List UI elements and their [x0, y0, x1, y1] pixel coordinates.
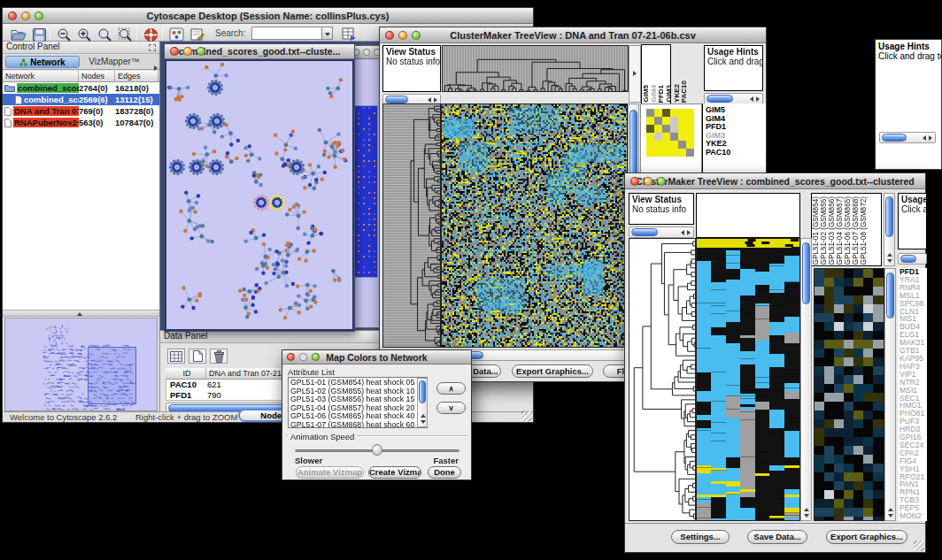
matrix-cell[interactable]: [654, 141, 662, 149]
annotation-icon[interactable]: [189, 27, 206, 42]
matrix-cell[interactable]: [678, 117, 686, 125]
matrix-cell[interactable]: [686, 141, 694, 149]
save-icon[interactable]: [30, 27, 48, 42]
matrix-cell[interactable]: [670, 125, 678, 133]
zoom-window-icon[interactable]: [35, 12, 43, 20]
zoom-fit-icon[interactable]: [116, 27, 134, 42]
view-status-scrollbar[interactable]: [629, 226, 694, 238]
search-dropdown-button[interactable]: [321, 27, 333, 40]
column-dendrogram-area[interactable]: [696, 193, 800, 238]
matrix-cell[interactable]: [686, 109, 694, 117]
tab-vizmapper[interactable]: VizMapper™: [82, 56, 146, 68]
column-header-edges[interactable]: Edges: [115, 71, 158, 81]
matrix-cell[interactable]: [662, 149, 670, 157]
panel-splitter[interactable]: [3, 310, 159, 317]
zoom-actual-icon[interactable]: [96, 27, 113, 42]
column-labels-vscrollbar[interactable]: [884, 193, 895, 266]
vizmapper-icon[interactable]: [167, 27, 185, 42]
matrix-cell[interactable]: [654, 149, 662, 157]
network-table-row[interactable]: DNA and Tran 07769(0)183728(0): [3, 105, 159, 117]
matrix-cell[interactable]: [678, 149, 686, 157]
network-table-row[interactable]: combined_scores2764(0)16218(0): [3, 82, 159, 94]
matrix-cell[interactable]: [686, 117, 694, 125]
matrix-cell[interactable]: [670, 133, 678, 141]
heatmap-canvas[interactable]: [696, 238, 800, 521]
zoom-window-icon[interactable]: [657, 177, 666, 186]
export-graphics-button[interactable]: Export Graphics...: [512, 364, 593, 378]
matrix-cell[interactable]: [646, 141, 654, 149]
matrix-cell[interactable]: [686, 149, 694, 157]
import-table-icon[interactable]: [340, 27, 358, 42]
zoom-in-icon[interactable]: [75, 27, 93, 42]
zoom-window-icon[interactable]: [412, 31, 421, 40]
close-icon[interactable]: [630, 177, 639, 186]
attribute-list-vscrollbar[interactable]: [417, 378, 428, 427]
matrix-cell[interactable]: [646, 109, 654, 117]
close-icon[interactable]: [8, 12, 17, 20]
minimize-icon[interactable]: [21, 12, 30, 20]
column-header-id[interactable]: ID: [166, 368, 206, 379]
column-header-nodes[interactable]: Nodes: [79, 71, 115, 81]
treeview-dna-title-bar[interactable]: ClusterMaker TreeView : DNA and Tran 07-…: [380, 27, 766, 43]
float-panel-icon[interactable]: [149, 44, 156, 51]
resize-grip[interactable]: [914, 541, 924, 551]
new-attribute-icon[interactable]: [189, 349, 206, 364]
correlation-matrix[interactable]: [646, 109, 694, 157]
matrix-cell[interactable]: [678, 125, 686, 133]
matrix-cell[interactable]: [654, 125, 662, 133]
column-header-network[interactable]: Network: [3, 71, 79, 81]
gene-label[interactable]: MON2: [900, 512, 927, 520]
matrix-cell[interactable]: [654, 117, 662, 125]
attribute-item[interactable]: GPL51-03 (GSM856) heat shock 15 min: [290, 395, 427, 404]
matrix-cell[interactable]: [662, 117, 670, 125]
matrix-cell[interactable]: [646, 149, 654, 157]
matrix-cell[interactable]: [646, 125, 654, 133]
gene-list-vscrollbar[interactable]: [884, 268, 896, 521]
create-vizmap-button[interactable]: Create Vizmap: [368, 466, 421, 479]
zoom-out-icon[interactable]: [55, 27, 73, 42]
attribute-item[interactable]: GPL51-04 (GSM857) heat shock 20 min: [290, 404, 427, 413]
done-button[interactable]: Done: [428, 466, 461, 479]
column-dendrogram-canvas[interactable]: [442, 45, 629, 92]
usage-hints-scrollbar[interactable]: [898, 253, 927, 265]
matrix-cell[interactable]: [686, 133, 694, 141]
export-graphics-button[interactable]: Export Graphics...: [826, 530, 907, 544]
move-down-button[interactable]: v: [436, 402, 466, 414]
delete-attribute-trash-icon[interactable]: [210, 349, 228, 364]
network-table-row[interactable]: RNAPuberNov2+563(0)107847(0): [3, 117, 159, 128]
heatmap-vscrollbar[interactable]: [800, 238, 812, 521]
zoom-window-icon[interactable]: [312, 353, 320, 361]
network-view-title-bar[interactable]: combined_scores_good.txt--cluste...: [165, 44, 354, 59]
minimize-icon[interactable]: [644, 177, 652, 186]
matrix-cell[interactable]: [654, 109, 662, 117]
tab-network[interactable]: Network: [5, 56, 80, 68]
move-up-button[interactable]: ∧: [436, 382, 466, 395]
minimize-icon[interactable]: [398, 31, 407, 40]
panel-divider-strip[interactable]: [629, 45, 641, 103]
attribute-select-icon[interactable]: [167, 349, 185, 364]
close-icon[interactable]: [287, 353, 295, 361]
matrix-cell[interactable]: [662, 141, 670, 149]
treeview-combined-title-bar[interactable]: ClusterMaker TreeView : combined_scores_…: [625, 173, 925, 189]
matrix-cell[interactable]: [654, 133, 662, 141]
resize-grip[interactable]: [521, 410, 532, 421]
matrix-cell[interactable]: [678, 141, 686, 149]
matrix-cell[interactable]: [662, 125, 670, 133]
network-overview-panel[interactable]: [4, 318, 158, 411]
minimize-icon[interactable]: [183, 47, 192, 56]
attribute-item[interactable]: GPL51-06 (GSM865) heat shock 40 min: [290, 412, 427, 421]
matrix-cell[interactable]: [670, 141, 678, 149]
row-dendrogram-canvas[interactable]: [629, 238, 696, 521]
matrix-cell[interactable]: [670, 117, 678, 125]
network-overview-canvas[interactable]: [5, 318, 157, 410]
heatmap-canvas[interactable]: [441, 104, 628, 348]
animation-speed-slider-thumb[interactable]: [372, 444, 382, 456]
matrix-cell[interactable]: [686, 125, 694, 133]
minimize-icon[interactable]: [363, 49, 370, 56]
settings-button[interactable]: Settings...: [671, 530, 730, 544]
matrix-cell[interactable]: [662, 109, 670, 117]
main-title-bar[interactable]: Cytoscape Desktop (Session Name: collins…: [3, 8, 533, 24]
network-table-row[interactable]: combined_sco2569(6)13112(15): [3, 94, 159, 105]
help-lifering-icon[interactable]: [142, 27, 159, 42]
close-icon[interactable]: [170, 47, 179, 56]
